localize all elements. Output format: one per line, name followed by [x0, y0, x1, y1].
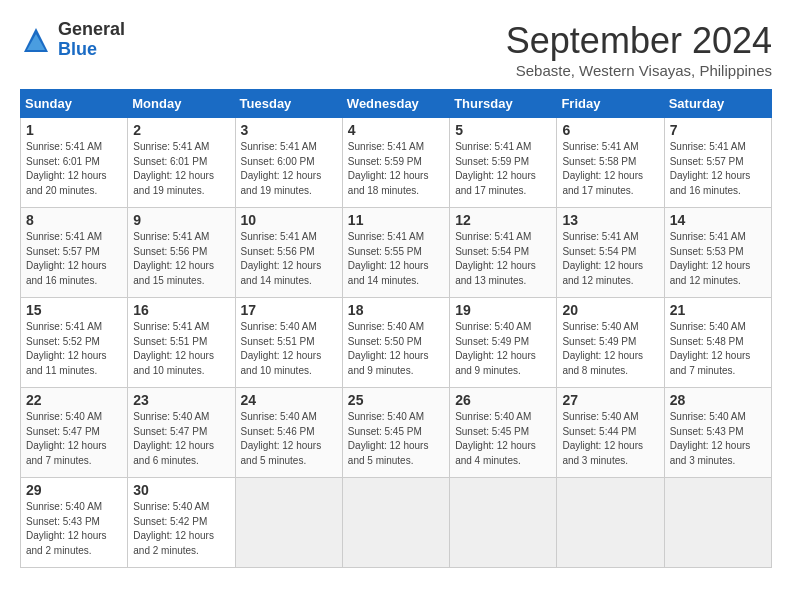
header: General Blue September 2024 Sebaste, Wes…: [20, 20, 772, 79]
calendar-cell: 10Sunrise: 5:41 AMSunset: 5:56 PMDayligh…: [235, 208, 342, 298]
day-number: 9: [133, 212, 229, 228]
day-number: 12: [455, 212, 551, 228]
logo-general-label: General: [58, 20, 125, 40]
day-number: 24: [241, 392, 337, 408]
day-info: Sunrise: 5:41 AMSunset: 5:59 PMDaylight:…: [455, 140, 551, 198]
calendar-week-row-4: 22Sunrise: 5:40 AMSunset: 5:47 PMDayligh…: [21, 388, 772, 478]
day-number: 7: [670, 122, 766, 138]
day-number: 27: [562, 392, 658, 408]
calendar-cell: 3Sunrise: 5:41 AMSunset: 6:00 PMDaylight…: [235, 118, 342, 208]
day-info: Sunrise: 5:41 AMSunset: 5:59 PMDaylight:…: [348, 140, 444, 198]
day-info: Sunrise: 5:41 AMSunset: 5:56 PMDaylight:…: [241, 230, 337, 288]
calendar-cell: 23Sunrise: 5:40 AMSunset: 5:47 PMDayligh…: [128, 388, 235, 478]
calendar-cell: 29Sunrise: 5:40 AMSunset: 5:43 PMDayligh…: [21, 478, 128, 568]
day-number: 30: [133, 482, 229, 498]
day-number: 3: [241, 122, 337, 138]
calendar-cell: [664, 478, 771, 568]
title-area: September 2024 Sebaste, Western Visayas,…: [506, 20, 772, 79]
calendar-cell: 15Sunrise: 5:41 AMSunset: 5:52 PMDayligh…: [21, 298, 128, 388]
day-number: 13: [562, 212, 658, 228]
calendar-cell: 30Sunrise: 5:40 AMSunset: 5:42 PMDayligh…: [128, 478, 235, 568]
logo: General Blue: [20, 20, 125, 60]
day-info: Sunrise: 5:41 AMSunset: 5:57 PMDaylight:…: [26, 230, 122, 288]
calendar-cell: 2Sunrise: 5:41 AMSunset: 6:01 PMDaylight…: [128, 118, 235, 208]
day-number: 4: [348, 122, 444, 138]
day-number: 21: [670, 302, 766, 318]
calendar-cell: 13Sunrise: 5:41 AMSunset: 5:54 PMDayligh…: [557, 208, 664, 298]
col-header-sunday: Sunday: [21, 90, 128, 118]
calendar-cell: 16Sunrise: 5:41 AMSunset: 5:51 PMDayligh…: [128, 298, 235, 388]
calendar-cell: [557, 478, 664, 568]
calendar-cell: 17Sunrise: 5:40 AMSunset: 5:51 PMDayligh…: [235, 298, 342, 388]
day-info: Sunrise: 5:41 AMSunset: 5:56 PMDaylight:…: [133, 230, 229, 288]
calendar-cell: [450, 478, 557, 568]
calendar-cell: 7Sunrise: 5:41 AMSunset: 5:57 PMDaylight…: [664, 118, 771, 208]
day-info: Sunrise: 5:41 AMSunset: 6:01 PMDaylight:…: [26, 140, 122, 198]
calendar-cell: 25Sunrise: 5:40 AMSunset: 5:45 PMDayligh…: [342, 388, 449, 478]
calendar-cell: 4Sunrise: 5:41 AMSunset: 5:59 PMDaylight…: [342, 118, 449, 208]
day-info: Sunrise: 5:41 AMSunset: 5:55 PMDaylight:…: [348, 230, 444, 288]
day-info: Sunrise: 5:40 AMSunset: 5:43 PMDaylight:…: [26, 500, 122, 558]
day-info: Sunrise: 5:41 AMSunset: 5:52 PMDaylight:…: [26, 320, 122, 378]
calendar-cell: 14Sunrise: 5:41 AMSunset: 5:53 PMDayligh…: [664, 208, 771, 298]
day-info: Sunrise: 5:40 AMSunset: 5:49 PMDaylight:…: [562, 320, 658, 378]
col-header-monday: Monday: [128, 90, 235, 118]
day-number: 26: [455, 392, 551, 408]
calendar-cell: 5Sunrise: 5:41 AMSunset: 5:59 PMDaylight…: [450, 118, 557, 208]
day-number: 5: [455, 122, 551, 138]
day-info: Sunrise: 5:40 AMSunset: 5:45 PMDaylight:…: [455, 410, 551, 468]
calendar-table: SundayMondayTuesdayWednesdayThursdayFrid…: [20, 89, 772, 568]
logo-blue-label: Blue: [58, 40, 125, 60]
col-header-friday: Friday: [557, 90, 664, 118]
calendar-cell: 18Sunrise: 5:40 AMSunset: 5:50 PMDayligh…: [342, 298, 449, 388]
day-info: Sunrise: 5:41 AMSunset: 6:00 PMDaylight:…: [241, 140, 337, 198]
day-number: 2: [133, 122, 229, 138]
calendar-cell: 28Sunrise: 5:40 AMSunset: 5:43 PMDayligh…: [664, 388, 771, 478]
col-header-tuesday: Tuesday: [235, 90, 342, 118]
day-info: Sunrise: 5:40 AMSunset: 5:51 PMDaylight:…: [241, 320, 337, 378]
day-info: Sunrise: 5:41 AMSunset: 5:54 PMDaylight:…: [455, 230, 551, 288]
col-header-saturday: Saturday: [664, 90, 771, 118]
day-info: Sunrise: 5:40 AMSunset: 5:44 PMDaylight:…: [562, 410, 658, 468]
calendar-cell: 21Sunrise: 5:40 AMSunset: 5:48 PMDayligh…: [664, 298, 771, 388]
day-number: 6: [562, 122, 658, 138]
day-info: Sunrise: 5:40 AMSunset: 5:48 PMDaylight:…: [670, 320, 766, 378]
day-number: 29: [26, 482, 122, 498]
logo-icon: [20, 24, 52, 56]
day-info: Sunrise: 5:40 AMSunset: 5:49 PMDaylight:…: [455, 320, 551, 378]
day-info: Sunrise: 5:41 AMSunset: 5:53 PMDaylight:…: [670, 230, 766, 288]
month-title: September 2024: [506, 20, 772, 62]
calendar-cell: 20Sunrise: 5:40 AMSunset: 5:49 PMDayligh…: [557, 298, 664, 388]
calendar-week-row-2: 8Sunrise: 5:41 AMSunset: 5:57 PMDaylight…: [21, 208, 772, 298]
calendar-cell: [235, 478, 342, 568]
logo-text: General Blue: [58, 20, 125, 60]
day-number: 14: [670, 212, 766, 228]
calendar-cell: 8Sunrise: 5:41 AMSunset: 5:57 PMDaylight…: [21, 208, 128, 298]
calendar-cell: 11Sunrise: 5:41 AMSunset: 5:55 PMDayligh…: [342, 208, 449, 298]
calendar-cell: 9Sunrise: 5:41 AMSunset: 5:56 PMDaylight…: [128, 208, 235, 298]
day-number: 28: [670, 392, 766, 408]
day-number: 1: [26, 122, 122, 138]
day-info: Sunrise: 5:40 AMSunset: 5:45 PMDaylight:…: [348, 410, 444, 468]
calendar-cell: 12Sunrise: 5:41 AMSunset: 5:54 PMDayligh…: [450, 208, 557, 298]
day-info: Sunrise: 5:41 AMSunset: 5:54 PMDaylight:…: [562, 230, 658, 288]
day-number: 15: [26, 302, 122, 318]
calendar-week-row-5: 29Sunrise: 5:40 AMSunset: 5:43 PMDayligh…: [21, 478, 772, 568]
calendar-cell: 27Sunrise: 5:40 AMSunset: 5:44 PMDayligh…: [557, 388, 664, 478]
calendar-week-row-3: 15Sunrise: 5:41 AMSunset: 5:52 PMDayligh…: [21, 298, 772, 388]
calendar-cell: 22Sunrise: 5:40 AMSunset: 5:47 PMDayligh…: [21, 388, 128, 478]
day-info: Sunrise: 5:41 AMSunset: 5:51 PMDaylight:…: [133, 320, 229, 378]
col-header-thursday: Thursday: [450, 90, 557, 118]
calendar-cell: [342, 478, 449, 568]
calendar-cell: 24Sunrise: 5:40 AMSunset: 5:46 PMDayligh…: [235, 388, 342, 478]
day-number: 25: [348, 392, 444, 408]
day-number: 8: [26, 212, 122, 228]
day-number: 23: [133, 392, 229, 408]
day-info: Sunrise: 5:40 AMSunset: 5:43 PMDaylight:…: [670, 410, 766, 468]
day-number: 22: [26, 392, 122, 408]
calendar-cell: 6Sunrise: 5:41 AMSunset: 5:58 PMDaylight…: [557, 118, 664, 208]
day-info: Sunrise: 5:40 AMSunset: 5:50 PMDaylight:…: [348, 320, 444, 378]
day-info: Sunrise: 5:40 AMSunset: 5:47 PMDaylight:…: [133, 410, 229, 468]
col-header-wednesday: Wednesday: [342, 90, 449, 118]
calendar-cell: 1Sunrise: 5:41 AMSunset: 6:01 PMDaylight…: [21, 118, 128, 208]
